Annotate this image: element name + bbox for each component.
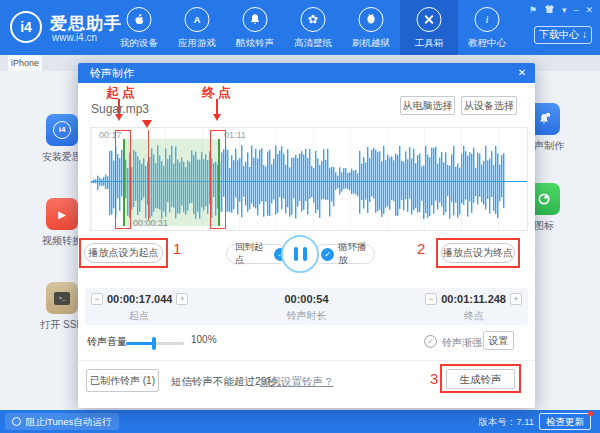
annotation-number-3: 3 [430, 370, 438, 387]
ringtone-maker-dialog: 铃声制作 ✕ 起点 终点 Sugar.mp3 从电脑选择 从设备选择 00:17… [78, 63, 535, 408]
dialog-title: 铃声制作 [90, 63, 134, 83]
pick-from-pc-button[interactable]: 从电脑选择 [400, 96, 455, 115]
download-center-button[interactable]: 下载中心 ↓ [534, 26, 592, 44]
header-bar: i4 爱思助手 www.i4.cn 我的设备 A 应用游戏 酷炫铃声 高清壁纸 [0, 0, 600, 55]
toolbox-icon [417, 7, 442, 32]
nav-tutorial-center[interactable]: i 教程中心 [458, 0, 516, 55]
nav-label: 教程中心 [458, 37, 516, 50]
playhead-time-label: 00:00:31 [133, 218, 168, 228]
time-panel: − 00:00:17.044 + 起点 00:00:54 铃声时长 − 00:0… [85, 288, 528, 325]
svg-text:i: i [486, 13, 489, 25]
apple-icon [127, 7, 152, 32]
close-window-button[interactable]: ✕ [585, 5, 593, 16]
end-minus-button[interactable]: − [425, 293, 437, 305]
made-ringtones-button[interactable]: 已制作铃声 (1) [86, 369, 159, 392]
loop-play-toggle[interactable]: ✓ 循环播放 [313, 244, 375, 264]
volume-slider-fill [126, 342, 154, 345]
nav-label: 高清壁纸 [284, 37, 342, 50]
nav-label: 刷机越狱 [342, 37, 400, 50]
generate-ringtone-button[interactable]: 生成铃声 [446, 369, 515, 389]
fade-settings-button[interactable]: 设置 [483, 331, 514, 350]
dialog-close-button[interactable]: ✕ [513, 63, 531, 83]
volume-percent: 100% [191, 334, 217, 345]
volume-label: 铃声音量 [87, 335, 127, 349]
window-controls: ⚑ ▾ – ✕ [529, 4, 593, 17]
radio-circle-icon [12, 417, 21, 426]
info-icon: i [475, 7, 500, 32]
brand-logo: i4 [10, 11, 42, 43]
how-to-set-ringtone-link[interactable]: 如何设置铃声？ [260, 375, 334, 389]
nav-cool-ringtones[interactable]: 酷炫铃声 [226, 0, 284, 55]
annotation-number-1: 1 [173, 240, 181, 257]
song-name: Sugar.mp3 [91, 102, 149, 116]
annotation-end-arrow [216, 99, 218, 114]
feedback-flag-icon[interactable]: ⚑ [529, 5, 537, 16]
set-end-button[interactable]: 播放点设为终点 [441, 243, 515, 263]
nav-flash-jailbreak[interactable]: 刷机越狱 [342, 0, 400, 55]
annotation-start-label: 起点 [106, 84, 138, 102]
block-itunes-label: 阻止iTunes自动运行 [26, 413, 111, 430]
brand-badge: i4 [20, 19, 32, 35]
nav-label: 工具箱 [400, 37, 458, 50]
set-start-button[interactable]: 播放点设为起点 [84, 243, 163, 263]
annotation-end-label: 终点 [202, 84, 234, 102]
playhead-marker[interactable] [142, 120, 152, 133]
nav-label: 我的设备 [110, 37, 168, 50]
selection-region [123, 139, 219, 226]
end-time-label: 01:11 [224, 130, 246, 140]
tool-video-convert-icon[interactable]: ▶ [46, 198, 78, 230]
loop-check-icon: ✓ [321, 248, 334, 261]
dialog-titlebar: 铃声制作 ✕ [78, 63, 535, 83]
tool-open-ssh-icon[interactable]: >_ [46, 282, 78, 314]
nav-label: 酷炫铃声 [226, 37, 284, 50]
nav-hd-wallpapers[interactable]: 高清壁纸 [284, 0, 342, 55]
nav-label: 应用游戏 [168, 37, 226, 50]
annotation-number-2: 2 [417, 240, 425, 257]
end-time-caption: 终点 [444, 309, 504, 323]
playhead-line[interactable] [148, 130, 149, 220]
jailbreak-icon [359, 7, 384, 32]
start-time-label: 00:17 [99, 130, 122, 140]
version-label: 版本号：7.11 [478, 416, 534, 429]
menu-caret-icon[interactable]: ▾ [562, 5, 567, 16]
tool-install-i4-icon[interactable]: i4 [46, 114, 78, 146]
end-plus-button[interactable]: + [510, 293, 522, 305]
update-notification-dot [588, 411, 593, 416]
block-itunes-toggle[interactable]: 阻止iTunes自动运行 [5, 413, 119, 430]
bell-icon [243, 7, 268, 32]
fade-in-checkbox[interactable]: ✓ [424, 335, 437, 348]
waveform-panel[interactable]: 00:17 01:11 00:00:31 [90, 127, 528, 231]
check-update-button[interactable]: 检查更新 [539, 413, 591, 430]
status-bar: 阻止iTunes自动运行 版本号：7.11 检查更新 [0, 410, 600, 433]
svg-text:+: + [547, 113, 550, 118]
theme-shirt-icon[interactable] [544, 4, 555, 17]
end-time-value: 00:01:11.248 [441, 293, 506, 305]
annotation-end-box [210, 130, 226, 229]
nav-app-games[interactable]: A 应用游戏 [168, 0, 226, 55]
app-window: i4 爱思助手 www.i4.cn 我的设备 A 应用游戏 酷炫铃声 高清壁纸 [0, 0, 600, 433]
end-time-group: − 00:01:11.248 + [425, 293, 522, 305]
pick-from-device-button[interactable]: 从设备选择 [461, 96, 517, 115]
back-to-start-button[interactable]: 回到起点 ← [226, 244, 288, 264]
volume-slider[interactable] [126, 342, 184, 345]
nav-my-device[interactable]: 我的设备 [110, 0, 168, 55]
annotation-start-box [115, 130, 131, 229]
minimize-button[interactable]: – [573, 5, 578, 16]
flower-icon [301, 7, 326, 32]
appstore-icon: A [185, 7, 210, 32]
volume-slider-handle[interactable] [152, 337, 156, 350]
pause-button[interactable] [281, 235, 319, 273]
footer-divider [78, 360, 535, 361]
svg-text:A: A [194, 15, 201, 25]
nav-toolbox[interactable]: 工具箱 [400, 0, 458, 55]
tab-iphone[interactable]: iPhone [8, 55, 42, 71]
brand-site: www.i4.cn [52, 32, 97, 43]
